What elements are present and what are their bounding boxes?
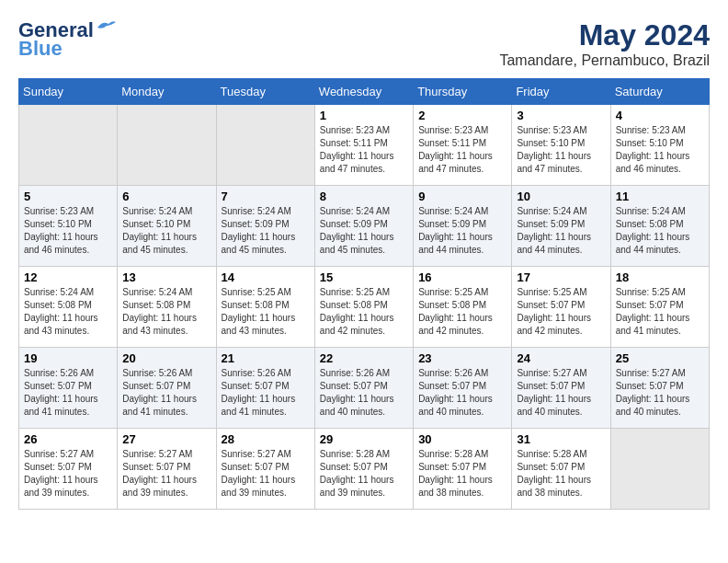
title-section: May 2024 Tamandare, Pernambuco, Brazil <box>499 18 710 69</box>
cell-info: Sunrise: 5:23 AMSunset: 5:10 PMDaylight:… <box>616 124 704 176</box>
cell-info: Sunrise: 5:27 AMSunset: 5:07 PMDaylight:… <box>222 448 310 500</box>
cell-info: Sunrise: 5:24 AMSunset: 5:09 PMDaylight:… <box>320 205 408 257</box>
location-title: Tamandare, Pernambuco, Brazil <box>499 52 710 69</box>
cell-info: Sunrise: 5:27 AMSunset: 5:07 PMDaylight:… <box>616 367 704 419</box>
calendar-cell: 30Sunrise: 5:28 AMSunset: 5:07 PMDayligh… <box>414 429 512 510</box>
cell-info: Sunrise: 5:25 AMSunset: 5:07 PMDaylight:… <box>517 286 605 338</box>
calendar-cell: 15Sunrise: 5:25 AMSunset: 5:08 PMDayligh… <box>314 267 413 348</box>
calendar-cell <box>118 105 216 186</box>
calendar-cell: 17Sunrise: 5:25 AMSunset: 5:07 PMDayligh… <box>512 267 610 348</box>
day-number: 31 <box>517 432 605 446</box>
day-number: 23 <box>418 351 506 365</box>
day-number: 9 <box>418 190 506 203</box>
cell-info: Sunrise: 5:28 AMSunset: 5:07 PMDaylight:… <box>517 448 605 500</box>
cell-info: Sunrise: 5:24 AMSunset: 5:08 PMDaylight:… <box>122 286 210 338</box>
calendar-week-4: 19Sunrise: 5:26 AMSunset: 5:07 PMDayligh… <box>19 348 710 429</box>
calendar-cell: 7Sunrise: 5:24 AMSunset: 5:09 PMDaylight… <box>216 186 314 267</box>
day-number: 14 <box>222 270 310 284</box>
col-header-wednesday: Wednesday <box>314 79 413 105</box>
calendar-cell: 18Sunrise: 5:25 AMSunset: 5:07 PMDayligh… <box>610 267 709 348</box>
cell-info: Sunrise: 5:24 AMSunset: 5:09 PMDaylight:… <box>222 205 310 257</box>
calendar-cell <box>216 105 314 186</box>
calendar-week-2: 5Sunrise: 5:23 AMSunset: 5:10 PMDaylight… <box>19 186 710 267</box>
calendar-cell: 24Sunrise: 5:27 AMSunset: 5:07 PMDayligh… <box>512 348 610 429</box>
calendar-cell: 23Sunrise: 5:26 AMSunset: 5:07 PMDayligh… <box>414 348 512 429</box>
cell-info: Sunrise: 5:26 AMSunset: 5:07 PMDaylight:… <box>122 367 210 419</box>
cell-info: Sunrise: 5:26 AMSunset: 5:07 PMDaylight:… <box>24 367 112 419</box>
calendar-week-1: 1Sunrise: 5:23 AMSunset: 5:11 PMDaylight… <box>19 105 710 186</box>
cell-info: Sunrise: 5:27 AMSunset: 5:07 PMDaylight:… <box>24 448 112 500</box>
calendar-cell: 2Sunrise: 5:23 AMSunset: 5:11 PMDaylight… <box>414 105 512 186</box>
cell-info: Sunrise: 5:26 AMSunset: 5:07 PMDaylight:… <box>222 367 310 419</box>
calendar-cell: 28Sunrise: 5:27 AMSunset: 5:07 PMDayligh… <box>216 429 314 510</box>
calendar-cell: 27Sunrise: 5:27 AMSunset: 5:07 PMDayligh… <box>118 429 216 510</box>
cell-info: Sunrise: 5:23 AMSunset: 5:11 PMDaylight:… <box>320 124 408 176</box>
logo: General Blue <box>18 18 116 61</box>
day-number: 20 <box>122 351 210 365</box>
calendar-cell: 14Sunrise: 5:25 AMSunset: 5:08 PMDayligh… <box>216 267 314 348</box>
cell-info: Sunrise: 5:23 AMSunset: 5:10 PMDaylight:… <box>517 124 605 176</box>
calendar-cell: 4Sunrise: 5:23 AMSunset: 5:10 PMDaylight… <box>610 105 709 186</box>
day-number: 5 <box>24 190 112 203</box>
day-number: 12 <box>24 270 112 284</box>
col-header-tuesday: Tuesday <box>216 79 314 105</box>
calendar-cell: 19Sunrise: 5:26 AMSunset: 5:07 PMDayligh… <box>19 348 118 429</box>
day-number: 25 <box>616 351 704 365</box>
calendar-week-3: 12Sunrise: 5:24 AMSunset: 5:08 PMDayligh… <box>19 267 710 348</box>
month-title: May 2024 <box>499 18 710 52</box>
calendar-cell: 22Sunrise: 5:26 AMSunset: 5:07 PMDayligh… <box>314 348 413 429</box>
day-number: 6 <box>122 190 210 203</box>
day-number: 18 <box>616 270 704 284</box>
day-number: 29 <box>320 432 408 446</box>
cell-info: Sunrise: 5:25 AMSunset: 5:07 PMDaylight:… <box>616 286 704 338</box>
day-number: 15 <box>320 270 408 284</box>
calendar-cell: 21Sunrise: 5:26 AMSunset: 5:07 PMDayligh… <box>216 348 314 429</box>
cell-info: Sunrise: 5:26 AMSunset: 5:07 PMDaylight:… <box>418 367 506 419</box>
col-header-thursday: Thursday <box>414 79 512 105</box>
cell-info: Sunrise: 5:24 AMSunset: 5:09 PMDaylight:… <box>517 205 605 257</box>
calendar-cell: 5Sunrise: 5:23 AMSunset: 5:10 PMDaylight… <box>19 186 118 267</box>
col-header-monday: Monday <box>118 79 216 105</box>
calendar-cell: 25Sunrise: 5:27 AMSunset: 5:07 PMDayligh… <box>610 348 709 429</box>
col-header-sunday: Sunday <box>19 79 118 105</box>
calendar-cell: 9Sunrise: 5:24 AMSunset: 5:09 PMDaylight… <box>414 186 512 267</box>
day-number: 13 <box>122 270 210 284</box>
calendar-cell: 1Sunrise: 5:23 AMSunset: 5:11 PMDaylight… <box>314 105 413 186</box>
col-header-saturday: Saturday <box>610 79 709 105</box>
cell-info: Sunrise: 5:23 AMSunset: 5:11 PMDaylight:… <box>418 124 506 176</box>
cell-info: Sunrise: 5:24 AMSunset: 5:08 PMDaylight:… <box>24 286 112 338</box>
col-header-friday: Friday <box>512 79 610 105</box>
cell-info: Sunrise: 5:23 AMSunset: 5:10 PMDaylight:… <box>24 205 112 257</box>
calendar-cell: 12Sunrise: 5:24 AMSunset: 5:08 PMDayligh… <box>19 267 118 348</box>
calendar-cell: 20Sunrise: 5:26 AMSunset: 5:07 PMDayligh… <box>118 348 216 429</box>
calendar-cell: 8Sunrise: 5:24 AMSunset: 5:09 PMDaylight… <box>314 186 413 267</box>
calendar-cell: 10Sunrise: 5:24 AMSunset: 5:09 PMDayligh… <box>512 186 610 267</box>
logo-bird-icon <box>96 18 116 35</box>
calendar-cell: 29Sunrise: 5:28 AMSunset: 5:07 PMDayligh… <box>314 429 413 510</box>
cell-info: Sunrise: 5:27 AMSunset: 5:07 PMDaylight:… <box>517 367 605 419</box>
day-number: 19 <box>24 351 112 365</box>
cell-info: Sunrise: 5:24 AMSunset: 5:09 PMDaylight:… <box>418 205 506 257</box>
day-number: 7 <box>222 190 310 203</box>
calendar-cell: 6Sunrise: 5:24 AMSunset: 5:10 PMDaylight… <box>118 186 216 267</box>
logo-blue: Blue <box>18 37 63 61</box>
calendar-cell: 26Sunrise: 5:27 AMSunset: 5:07 PMDayligh… <box>19 429 118 510</box>
calendar-week-5: 26Sunrise: 5:27 AMSunset: 5:07 PMDayligh… <box>19 429 710 510</box>
cell-info: Sunrise: 5:28 AMSunset: 5:07 PMDaylight:… <box>418 448 506 500</box>
day-number: 11 <box>616 190 704 203</box>
day-number: 1 <box>320 109 408 122</box>
cell-info: Sunrise: 5:26 AMSunset: 5:07 PMDaylight:… <box>320 367 408 419</box>
calendar-table: SundayMondayTuesdayWednesdayThursdayFrid… <box>18 78 710 510</box>
calendar-cell: 13Sunrise: 5:24 AMSunset: 5:08 PMDayligh… <box>118 267 216 348</box>
calendar-cell: 31Sunrise: 5:28 AMSunset: 5:07 PMDayligh… <box>512 429 610 510</box>
day-number: 22 <box>320 351 408 365</box>
calendar-cell <box>610 429 709 510</box>
header: General Blue May 2024 Tamandare, Pernamb… <box>18 18 710 69</box>
day-number: 26 <box>24 432 112 446</box>
day-number: 3 <box>517 109 605 122</box>
day-number: 8 <box>320 190 408 203</box>
day-number: 17 <box>517 270 605 284</box>
cell-info: Sunrise: 5:25 AMSunset: 5:08 PMDaylight:… <box>418 286 506 338</box>
day-number: 30 <box>418 432 506 446</box>
cell-info: Sunrise: 5:28 AMSunset: 5:07 PMDaylight:… <box>320 448 408 500</box>
